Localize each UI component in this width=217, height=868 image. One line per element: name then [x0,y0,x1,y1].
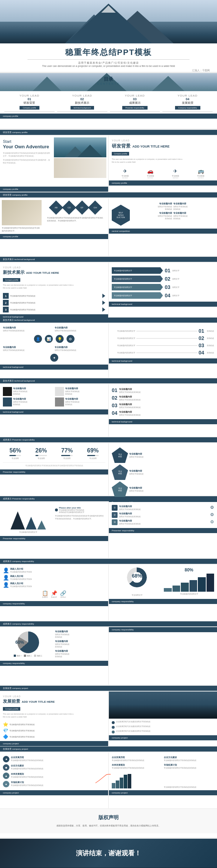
mountain-background [0,0,217,43]
triangle-chart-area: 专业标题内容说明文字 [3,505,53,533]
circle-icon-bottom: ✦ [50,354,58,362]
cover-subtitle: 适用于服装发布会/产品推广/公司宣传/文化建设 [7,61,210,65]
circle-item-1: 专业标题内容 说明文字添加此处添加此处 [3,326,54,332]
pentagon-1: 专业标题 [112,447,128,463]
section2-bar: 新技术展示 technical background [0,257,217,262]
start-text: Start [3,139,11,144]
pentagon-items: 专业标题 专业标题内容 说明文字添加此处 专业标题 专业标题内容 说明文字添加此… [112,447,214,497]
grid-item-4: 市场拓展计划 专业标题内容说明文字添加此处添加此处 [164,763,214,769]
person-1: 👤 高级人员介绍 专业标题内容说明文字添加 [3,567,105,573]
section1-desc: The user can demonstrate on a projector … [112,158,184,163]
numlist-item-3: 03 专业标题内容 说明文字添加此处添加此处 [112,403,214,409]
section3-bar: 成果展示 Presenter responsibility [0,437,217,442]
dev-item-1: ⭐ 专业标题内容说明文字添加此处 [3,722,105,727]
icon-item-3: ✈ 专业标题 text here [172,168,179,179]
dev-photo [109,692,217,719]
hex-item-1: 专业标题内容 说明文字添加此处添加此处 [131,202,172,210]
dev-landscape-slide: 企业发展历程与文化建设说明文字添加此处 企业发展历程与文化建设说明文字添加此处 … [109,692,217,746]
cover-tagline: The user can demonstrate on a projector … [7,65,210,67]
section4-title-en: ADD YOUR TITLE HERE [22,700,55,703]
circle-item-4: 专业标题内容 说明文字添加此处添加此处 [55,346,105,352]
icon-item-2: 🚗 专业标题 text here [147,168,154,179]
section3-bar3: 成果展示 company responsibility [0,559,217,564]
iconlist-1: ★ 企业发展历程 专业标题内容说明文字添加此处添加此处 [3,756,105,762]
legend-2: 项目二 [24,655,32,657]
section1-footer: company profile [109,180,217,186]
numlist-footer: technical background [109,419,217,424]
squares-footer: technical background [0,409,108,414]
pie-slide: 60% 项目一 项目二 项目三 [0,627,108,685]
diamond-1: AB [49,200,63,215]
copyright-title: 版权声明 [7,814,210,821]
bottom-icon-3: 🔗 G=H+I [60,590,66,598]
annotation-text: 专业标题内容说明文字添加此处添加此处专业标题内容说明文字 [59,509,84,513]
grid-item-1: 企业发展历程 专业标题内容说明文字添加此处添加此处 [112,756,162,762]
square-light [55,387,64,396]
arrow-item-4: 专业标题内容说明文字 04 添加此处 [112,350,214,356]
section1-bar2: 研发背景 company profile [0,192,217,197]
grid-item-3: 未来发展规划 专业标题内容说明文字添加此处添加此处 [112,763,162,769]
pie-text-area: 专业标题内容 说明文字添加此处添加此处 专业标题内容 说明文字添加此处添加此处 … [55,630,105,658]
circle-icon-1: 👤 [34,335,42,343]
circle-icon-4: ⚙ [67,335,75,343]
toc-item-3: YOUR LEAD 03 成果展示 Presenter responsibili… [109,94,161,110]
gear-slide: ① 专业标题内容 说明文字添加此处添加此处 ⚙ ② 专业标题内容 说明文字添加此… [109,502,217,558]
row-7: 专业标题内容说明文字 Please alter your title 专业标题内… [0,502,217,558]
section4-title: 发展前景 [3,698,20,705]
row-5: 专业标题内容 说明文字添加此处添加此处 专业标题内容 说明文字添加此处添加此处 [0,384,217,437]
charts-footer: company responsibility [109,599,217,604]
diamonds-footer: company profile [0,234,108,239]
percent-footer: Presenter responsibility [0,469,108,475]
row-8: 👤 高级人员介绍 专业标题内容说明文字添加 👤 高级人员介绍 专业标题内容说明文… [0,565,217,621]
hex-item-4: 专业标题内容 说明文字添加此处添加此处 [173,212,214,220]
gear-footer: Presenter responsibility [109,528,217,533]
iconlist-3: ▲ 未来发展规划 专业标题内容说明文字添加此处添加此处 [3,773,105,779]
section4-footer: company project [0,741,108,746]
section1-bar: 研发背景 company profile [0,130,217,135]
tech-item-3: 3 专业标题内容说明文字添加此处 [3,307,105,312]
pentagon-slide: 专业标题 专业标题内容 说明文字添加此处 专业标题 专业标题内容 说明文字添加此… [109,443,217,495]
final-slide: 演讲结束，谢谢观看！ 千图网提供的ppt模板 如有问题请联系客服 www.58p… [0,839,217,868]
arrows-footer: technical background [109,358,217,363]
dev-text-2: 企业发展历程与文化建设说明文字添加此处 [112,725,214,729]
icon-item-4: 🚌 专业标题 text here [197,168,204,179]
copyright-text: 感谢您选用本模板，分享、套用、修改均可，但请勿将本模板用于商业用途，请勿在各大模… [7,824,210,828]
adventure-title: Your Own Adventure [3,144,49,149]
bottom-icon-2: 📌 D+E=F [51,590,57,598]
donut-chart [127,567,147,587]
section4-desc: The user can demonstrate on a projector … [3,712,75,718]
hex-slide: SELFINTRODUCTION 专业标题内容 说明文字添加此处添加此处 专业标… [109,198,217,256]
tech-bar3: 新技术展示 technical background [0,378,217,383]
gridtext-footer: company project [109,790,217,795]
percent-note: 专业标题内容说明文字添加此处添加此处专业标题内容说明文字添加此处 [3,464,105,467]
squares-slide: 专业标题内容 说明文字添加此处添加此处 专业标题内容 说明文字添加此处添加此处 [0,384,108,437]
row-11: ★ 企业发展历程 专业标题内容说明文字添加此处添加此处 ◆ 企业文化建设 专业标… [0,752,217,808]
hex-item-2: 专业标题内容 说明文字添加此处添加此处 [173,202,214,210]
growth-area: 专业标题内容说明文字添加此处添加此处 [109,772,217,790]
steps-footer: technical background [109,302,217,307]
your-lead-4: YOUR LEAD [3,695,105,698]
toc-items: YOUR LEAD 01 研发背景 Company profile YOUR L… [0,91,217,111]
dev-item-2: 💎 专业标题内容说明文字添加此处 [3,728,105,733]
footer-label: company profile [3,115,18,117]
dev-item-3: 🔷 专业标题内容说明文字添加此处 [3,734,105,739]
toc-footer: company profile [0,114,217,119]
icon-item-1: ✈ 专业标题 text here [122,168,129,179]
step-item-1: 专业标题内容说明文字 01 说明文字 [112,267,214,274]
diamond-3: EF [75,200,89,215]
section2-title-en: ADD YOUR TITLE HERE [26,271,59,275]
adventure-slide: Start Your Own Adventure 专业标题内容说明文字添加此处添… [0,136,108,192]
person-2: 👤 高级人员介绍 专业标题内容说明文字添加 [3,575,105,580]
toc-item-2: YOUR LEAD 02 新技术展示 technical background [56,94,108,110]
squares-col-2: 专业标题内容 说明文字添加此处添加此处 专业标题内容 说明文字添加此处添加此处 [55,387,105,407]
cover-author: 汇报人：千图网 [7,69,210,72]
square-dark [3,387,12,396]
section4-badge: Company profile [3,707,20,711]
iconlist-4: ● 市场拓展计划 专业标题内容说明文字添加此处添加此处 [3,781,105,787]
adventure-desc2: 专业标题内容说明文字添加此处添加此处专业标题内容，说明文字添加此处。 [3,158,50,164]
iconlist-2: ◆ 企业文化建设 专业标题内容说明文字添加此处添加此处 [3,764,105,771]
row-3: YOUR LEAD 新技术展示 ADD YOUR TITLE HERE Comp… [0,263,217,317]
gear-item-1: ① 专业标题内容 说明文字添加此处添加此处 ⚙ [112,505,214,511]
step-item-4: 专业标题内容说明文字 04 说明文字 [112,292,214,299]
numlist-item-2: 02 专业标题内容 说明文字添加此处添加此处 [112,395,214,401]
